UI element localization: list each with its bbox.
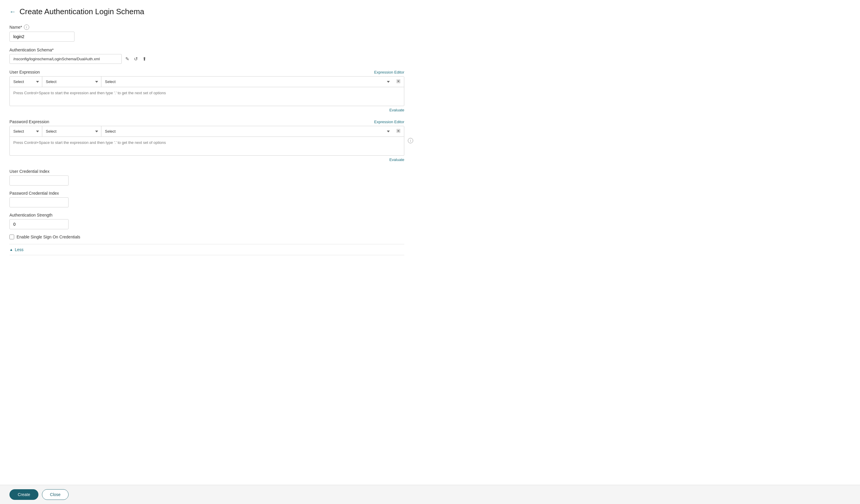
password-expression-header: Password Expression Expression Editor: [10, 119, 404, 124]
user-expression-section: User Expression Expression Editor Select…: [10, 70, 404, 112]
footer-bar: Create Close: [0, 485, 860, 504]
auth-strength-section: Authentication Strength: [10, 213, 404, 229]
auth-strength-input[interactable]: [10, 219, 69, 229]
auth-schema-upload-button[interactable]: ⬆: [141, 56, 147, 62]
back-button[interactable]: ←: [10, 8, 16, 16]
user-credential-index-input[interactable]: [10, 175, 69, 186]
user-expression-textarea[interactable]: [10, 87, 404, 105]
password-expression-select-3[interactable]: Select: [101, 126, 393, 136]
page-title: Create Authentication Login Schema: [19, 7, 144, 16]
password-expression-select-2[interactable]: Select: [42, 126, 101, 136]
user-expression-evaluate-row: Evaluate: [10, 108, 404, 112]
password-expression-select-row: Select Select Select: [10, 126, 404, 137]
password-side-info-icon: i: [408, 138, 413, 143]
password-credential-index-input[interactable]: [10, 197, 69, 207]
user-expression-select-3[interactable]: Select: [101, 76, 393, 87]
password-expression-clear-icon[interactable]: [393, 127, 404, 136]
password-expression-editor-link[interactable]: Expression Editor: [374, 120, 404, 124]
password-expression-evaluate-row: Evaluate: [10, 157, 404, 162]
user-credential-index-label: User Credential Index: [10, 169, 404, 174]
user-expression-select-1[interactable]: Select: [10, 76, 42, 87]
user-expression-select-2[interactable]: Select: [42, 76, 101, 87]
user-credential-index-section: User Credential Index: [10, 169, 404, 186]
password-credential-index-label: Password Credential Index: [10, 191, 404, 196]
user-expression-clear-icon[interactable]: [393, 77, 404, 87]
less-label: Less: [15, 247, 24, 252]
less-row[interactable]: ▲ Less: [10, 244, 404, 255]
user-expression-evaluate-link[interactable]: Evaluate: [389, 108, 404, 112]
password-expression-evaluate-link[interactable]: Evaluate: [389, 157, 404, 162]
create-button[interactable]: Create: [10, 489, 39, 500]
auth-schema-row: ✎ ↺ ⬆: [10, 54, 404, 64]
name-input[interactable]: [10, 32, 74, 42]
page-header: ← Create Authentication Login Schema: [10, 7, 404, 16]
user-expression-header: User Expression Expression Editor: [10, 70, 404, 74]
password-expression-box: Select Select Select: [10, 126, 404, 156]
password-expression-section: Password Expression Expression Editor Se…: [10, 119, 404, 162]
user-expression-editor-link[interactable]: Expression Editor: [374, 70, 404, 74]
auth-schema-reset-button[interactable]: ↺: [133, 56, 139, 62]
sso-checkbox-row: Enable Single Sign On Credentials: [10, 234, 404, 239]
password-expression-select-1[interactable]: Select: [10, 126, 42, 136]
auth-schema-label: Authentication Schema*: [10, 47, 404, 52]
user-expression-box: Select Select Select: [10, 76, 404, 106]
name-info-icon: i: [24, 25, 29, 30]
close-button[interactable]: Close: [42, 489, 69, 500]
password-expression-label: Password Expression: [10, 119, 49, 124]
user-expression-label: User Expression: [10, 70, 40, 74]
auth-schema-section: Authentication Schema* ✎ ↺ ⬆: [10, 47, 404, 64]
auth-schema-input[interactable]: [10, 54, 122, 64]
auth-schema-edit-button[interactable]: ✎: [124, 56, 130, 62]
auth-strength-label: Authentication Strength: [10, 213, 404, 217]
user-expression-select-row: Select Select Select: [10, 76, 404, 87]
password-credential-index-section: Password Credential Index: [10, 191, 404, 207]
less-arrow-icon: ▲: [10, 248, 13, 252]
name-label: Name* i: [10, 25, 404, 30]
sso-checkbox[interactable]: [10, 234, 14, 239]
sso-label[interactable]: Enable Single Sign On Credentials: [16, 234, 81, 239]
name-section: Name* i: [10, 25, 404, 42]
password-expression-textarea[interactable]: [10, 137, 404, 155]
